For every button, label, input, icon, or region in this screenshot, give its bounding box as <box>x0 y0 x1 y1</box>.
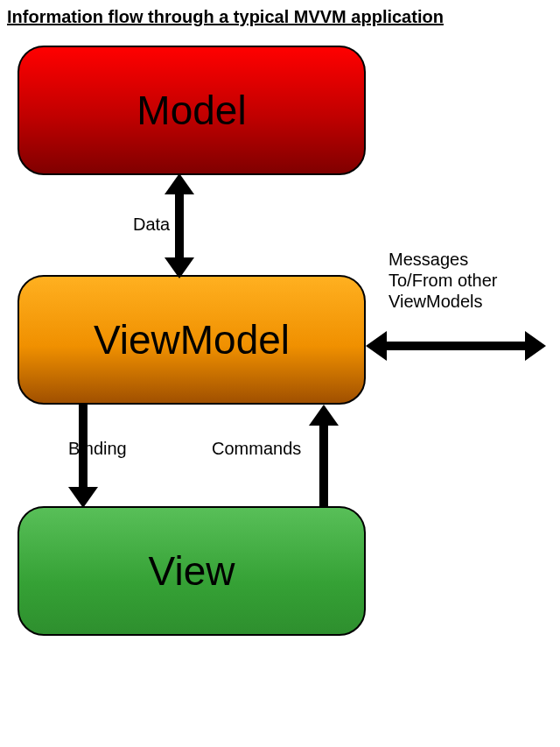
arrow-commands <box>309 405 339 508</box>
svg-marker-4 <box>366 331 387 361</box>
svg-marker-1 <box>164 173 194 194</box>
label-messages-line1: Messages <box>388 250 468 269</box>
diagram-canvas: Information flow through a typical MVVM … <box>0 0 560 747</box>
svg-marker-7 <box>68 487 98 508</box>
viewmodel-box-label: ViewModel <box>94 316 290 363</box>
svg-marker-9 <box>309 405 339 426</box>
model-box-label: Model <box>136 87 246 134</box>
model-box: Model <box>18 46 366 175</box>
label-messages-line2: To/From other <box>388 271 497 290</box>
diagram-title: Information flow through a typical MVVM … <box>7 7 444 27</box>
arrow-viewmodel-external <box>366 331 546 361</box>
view-box-label: View <box>149 547 235 595</box>
label-messages-line3: ViewModels <box>388 292 482 311</box>
viewmodel-box: ViewModel <box>18 275 366 405</box>
label-data: Data <box>133 214 170 235</box>
view-box: View <box>18 506 366 636</box>
label-commands: Commands <box>212 438 301 459</box>
svg-marker-5 <box>525 331 546 361</box>
label-binding: Binding <box>68 438 127 459</box>
label-messages: Messages To/From other ViewModels <box>388 249 497 312</box>
